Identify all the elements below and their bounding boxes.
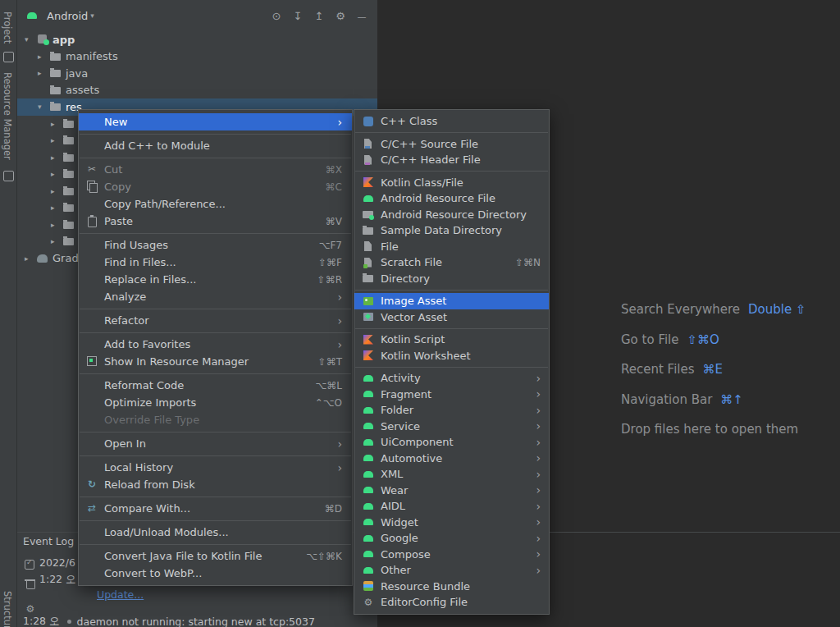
menu-shortcut: ⌃⌥O <box>300 397 342 409</box>
menu-item-label: Google <box>381 532 418 544</box>
submenu-arrow-icon <box>536 437 541 448</box>
menu-item-paste[interactable]: Paste⌘V <box>79 213 352 230</box>
menu-item-copy[interactable]: Copy⌘C <box>79 178 352 195</box>
menu-item-open-in[interactable]: Open In <box>79 435 352 452</box>
tree-item-manifests[interactable]: manifests <box>17 48 377 66</box>
menu-item-aidl[interactable]: AIDL <box>354 498 549 515</box>
chevron-right-icon[interactable] <box>51 187 62 195</box>
menu-item-analyze[interactable]: Analyze <box>79 288 352 305</box>
settings-gear-icon[interactable] <box>330 10 351 22</box>
locate-file-icon[interactable] <box>266 10 287 22</box>
chevron-right-icon[interactable] <box>51 204 62 212</box>
menu-item-activity[interactable]: Activity <box>354 370 549 387</box>
menu-item-label: Other <box>381 564 411 576</box>
project-tool-icon[interactable] <box>3 52 14 62</box>
resource-manager-tool-icon[interactable] <box>3 171 14 181</box>
menu-separator <box>80 544 351 545</box>
menu-item-load-unload-modules[interactable]: Load/Unload Modules... <box>79 524 352 541</box>
chevron-right-icon[interactable] <box>38 53 49 61</box>
chevron-right-icon[interactable] <box>51 153 62 162</box>
trash-icon[interactable] <box>25 578 37 589</box>
menu-item-uicomponent[interactable]: UiComponent <box>354 434 549 451</box>
menu-item-kotlin-script[interactable]: Kotlin Script <box>354 332 549 348</box>
menu-item-file[interactable]: File <box>354 239 549 255</box>
menu-item-reload-from-disk[interactable]: Reload from Disk <box>79 476 352 493</box>
menu-item-directory[interactable]: Directory <box>354 271 549 287</box>
tree-item-app[interactable]: app <box>17 31 377 48</box>
collapse-all-icon[interactable] <box>308 10 330 22</box>
menu-item-label: Override File Type <box>104 414 199 426</box>
project-view-selector[interactable]: Android <box>47 10 88 22</box>
hint-shortcut: ⇧⌘O <box>687 332 719 347</box>
tool-tab-project[interactable]: Project <box>2 11 13 43</box>
chevron-right-icon[interactable] <box>51 170 62 178</box>
menu-item-cpp-class[interactable]: C++ Class <box>354 113 549 130</box>
menu-item-compose[interactable]: Compose <box>354 547 549 563</box>
menu-item-kotlin-worksheet[interactable]: Kotlin Worksheet <box>354 348 549 364</box>
menu-item-service[interactable]: Service <box>354 419 549 435</box>
menu-item-editorconfig-file[interactable]: EditorConfig File <box>354 594 549 611</box>
menu-item-replace-in-files[interactable]: Replace in Files...⇧⌘R <box>79 271 352 288</box>
menu-item-local-history[interactable]: Local History <box>79 459 352 476</box>
menu-item-add-cpp-to-module[interactable]: Add C++ to Module <box>79 137 352 154</box>
menu-item-image-asset[interactable]: Image Asset <box>354 293 549 309</box>
menu-item-google[interactable]: Google <box>354 530 549 547</box>
menu-item-fragment[interactable]: Fragment <box>354 387 549 403</box>
menu-item-compare-with[interactable]: Compare With...⌘D <box>79 500 352 517</box>
menu-item-scratch-file[interactable]: Scratch File⇧⌘N <box>354 254 549 271</box>
android-studio-window: Project Resource Manager Structure Andro… <box>0 0 840 627</box>
chevron-right-icon[interactable] <box>51 120 62 128</box>
submenu-arrow-icon <box>337 462 342 474</box>
menu-item-folder[interactable]: Folder <box>354 402 549 419</box>
menu-item-label: C/C++ Source File <box>381 138 478 150</box>
chevron-down-icon[interactable] <box>90 11 94 20</box>
chevron-right-icon[interactable] <box>51 221 62 229</box>
menu-item-label: Convert to WebP... <box>104 567 202 579</box>
menu-item-reformat-code[interactable]: Reformat Code⌥⌘L <box>79 377 352 394</box>
menu-item-convert-to-webp[interactable]: Convert to WebP... <box>79 565 352 582</box>
menu-item-show-in-resource-manager[interactable]: Show In Resource Manager⇧⌘T <box>79 353 352 370</box>
menu-item-android-resource-directory[interactable]: Android Resource Directory <box>354 207 549 223</box>
menu-item-cut[interactable]: Cut⌘X <box>79 161 352 178</box>
filter-checkbox-icon[interactable] <box>25 558 36 570</box>
tree-item-java[interactable]: java <box>17 65 377 82</box>
hint-shortcut: ⌘↑ <box>720 392 743 407</box>
event-log-title[interactable]: Event Log <box>23 535 74 547</box>
submenu-arrow-icon <box>337 315 342 327</box>
menu-item-copy-path-reference[interactable]: Copy Path/Reference... <box>79 195 352 213</box>
chevron-down-icon[interactable] <box>25 35 36 43</box>
tool-tab-structure[interactable]: Structure <box>2 591 13 627</box>
menu-item-convert-java-to-kotlin[interactable]: Convert Java File to Kotlin File⌥⇧⌘K <box>79 547 352 565</box>
menu-item-widget[interactable]: Widget <box>354 515 549 531</box>
chevron-right-icon[interactable] <box>25 254 36 263</box>
menu-item-add-to-favorites[interactable]: Add to Favorites <box>79 336 352 353</box>
tree-item-assets[interactable]: assets <box>17 82 377 99</box>
tool-tab-resource-manager[interactable]: Resource Manager <box>2 72 13 160</box>
menu-item-vector-asset[interactable]: Vector Asset <box>354 309 549 326</box>
menu-item-wear[interactable]: Wear <box>354 483 549 499</box>
menu-item-cpp-source-file[interactable]: C/C++ Source File <box>354 136 549 153</box>
menu-shortcut: ⌥F7 <box>304 240 342 251</box>
menu-item-kotlin-class-file[interactable]: Kotlin Class/File <box>354 175 549 191</box>
menu-item-find-in-files[interactable]: Find in Files...⇧⌘F <box>79 254 352 271</box>
folder-icon <box>362 225 375 236</box>
menu-item-android-resource-file[interactable]: Android Resource File <box>354 190 549 207</box>
chevron-right-icon[interactable] <box>38 69 49 77</box>
menu-item-automotive[interactable]: Automotive <box>354 451 549 467</box>
menu-item-find-usages[interactable]: Find Usages⌥F7 <box>79 236 352 254</box>
settings-gear-icon[interactable] <box>25 603 36 615</box>
menu-item-cpp-header-file[interactable]: C/C++ Header File <box>354 152 549 168</box>
chevron-right-icon[interactable] <box>51 136 62 144</box>
menu-item-other[interactable]: Other <box>354 562 549 579</box>
hide-panel-icon[interactable] <box>351 10 372 22</box>
expand-all-icon[interactable] <box>287 10 308 22</box>
menu-item-refactor[interactable]: Refactor <box>79 312 352 329</box>
menu-item-resource-bundle[interactable]: Resource Bundle <box>354 579 549 595</box>
chevron-right-icon[interactable] <box>51 237 62 245</box>
menu-item-new[interactable]: New <box>79 113 352 130</box>
menu-item-optimize-imports[interactable]: Optimize Imports⌃⌥O <box>79 394 352 411</box>
update-link[interactable]: Update... <box>97 588 144 601</box>
menu-item-xml[interactable]: XML <box>354 466 549 483</box>
chevron-down-icon[interactable] <box>38 103 49 111</box>
menu-item-sample-data-directory[interactable]: Sample Data Directory <box>354 222 549 239</box>
